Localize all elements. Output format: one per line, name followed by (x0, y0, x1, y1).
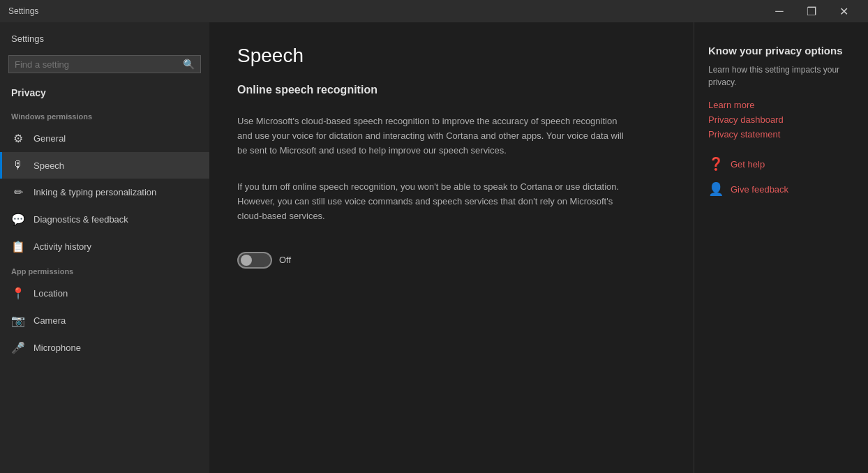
location-icon: 📍 (11, 287, 25, 300)
inking-icon: ✏ (11, 186, 25, 199)
app-title: Settings (8, 6, 38, 16)
toggle-label: Off (279, 255, 291, 265)
privacy-dashboard-link[interactable]: Privacy dashboard (708, 114, 854, 125)
privacy-label: Privacy (0, 82, 209, 105)
get-help-label: Get help (731, 159, 765, 170)
learn-more-link[interactable]: Learn more (708, 100, 854, 110)
right-panel-title: Know your privacy options (708, 45, 854, 57)
sidebar-item-camera[interactable]: 📷 Camera (0, 307, 209, 334)
sidebar-item-diagnostics[interactable]: 💬 Diagnostics & feedback (0, 206, 209, 233)
give-feedback-action[interactable]: 👤 Give feedback (708, 181, 854, 197)
right-panel: Know your privacy options Learn how this… (694, 22, 868, 473)
speech-label: Speech (33, 160, 64, 171)
sidebar: Settings 🔍 Privacy Windows permissions ⚙… (0, 22, 209, 473)
search-input[interactable] (15, 59, 183, 70)
right-panel-desc: Learn how this setting impacts your priv… (708, 63, 854, 89)
sidebar-item-speech[interactable]: 🎙 Speech (0, 152, 209, 179)
diagnostics-label: Diagnostics & feedback (33, 214, 128, 225)
sidebar-item-activity[interactable]: 📋 Activity history (0, 233, 209, 260)
section-heading: Online speech recognition (237, 84, 666, 96)
windows-permissions-label: Windows permissions (0, 105, 209, 125)
right-panel-actions: ❓ Get help 👤 Give feedback (708, 156, 854, 197)
search-icon: 🔍 (183, 59, 195, 70)
camera-icon: 📷 (11, 314, 25, 327)
general-icon: ⚙ (11, 132, 25, 145)
page-title: Speech (237, 45, 666, 67)
microphone-label: Microphone (33, 343, 81, 353)
camera-label: Camera (33, 315, 66, 326)
toggle-knob (241, 255, 252, 266)
minimize-button[interactable]: ─ (763, 0, 795, 22)
window-controls: ─ ❐ ✕ (763, 0, 860, 22)
close-button[interactable]: ✕ (828, 0, 860, 22)
search-box[interactable]: 🔍 (8, 55, 201, 73)
feedback-icon: 👤 (708, 181, 724, 197)
sidebar-item-general[interactable]: ⚙ General (0, 125, 209, 152)
sidebar-item-inking[interactable]: ✏ Inking & typing personalization (0, 179, 209, 206)
sidebar-app-title: Settings (0, 22, 209, 50)
title-bar: Settings ─ ❐ ✕ (0, 0, 868, 22)
speech-recognition-toggle[interactable] (237, 252, 272, 269)
sidebar-item-microphone[interactable]: 🎤 Microphone (0, 334, 209, 361)
general-label: General (33, 133, 66, 144)
give-feedback-label: Give feedback (731, 184, 788, 195)
activity-label: Activity history (33, 241, 91, 252)
microphone-icon: 🎤 (11, 341, 25, 354)
sidebar-item-location[interactable]: 📍 Location (0, 280, 209, 307)
privacy-statement-link[interactable]: Privacy statement (708, 129, 854, 140)
main-content: Speech Online speech recognition Use Mic… (209, 22, 694, 473)
app-permissions-label: App permissions (0, 260, 209, 280)
speech-icon: 🎙 (11, 159, 25, 172)
location-label: Location (33, 288, 68, 299)
activity-icon: 📋 (11, 240, 25, 253)
inking-label: Inking & typing personalization (33, 187, 156, 197)
get-help-action[interactable]: ❓ Get help (708, 156, 854, 172)
restore-button[interactable]: ❐ (795, 0, 828, 22)
diagnostics-icon: 💬 (11, 213, 25, 226)
description-2: If you turn off online speech recognitio… (237, 180, 628, 223)
toggle-row: Off (237, 252, 666, 269)
app-body: Settings 🔍 Privacy Windows permissions ⚙… (0, 22, 868, 473)
help-icon: ❓ (708, 156, 724, 172)
description-1: Use Microsoft's cloud-based speech recog… (237, 114, 628, 158)
